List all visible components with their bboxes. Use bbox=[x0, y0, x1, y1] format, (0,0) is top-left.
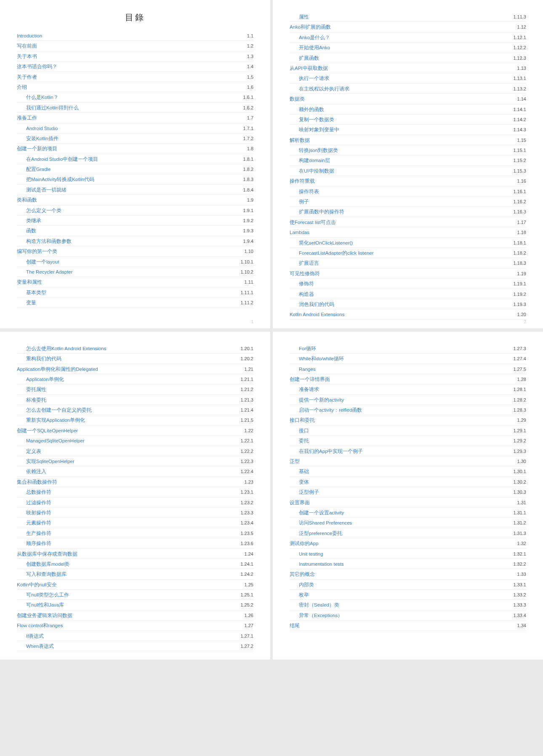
toc-link[interactable]: 简化setOnClickListener() bbox=[290, 240, 353, 246]
toc-link[interactable]: 配置Gradle bbox=[17, 166, 51, 173]
toc-link[interactable]: 创建一个SQLiteOpenHelper bbox=[17, 427, 78, 434]
toc-link[interactable]: Anko和扩展的函数 bbox=[290, 24, 331, 30]
toc-link[interactable]: 可null性和Java库 bbox=[17, 602, 64, 608]
toc-link[interactable]: 可null类型怎么工作 bbox=[17, 591, 69, 598]
toc-row[interactable]: Kotlin Android Extensions1.20 bbox=[290, 309, 526, 319]
toc-link[interactable]: 基础 bbox=[290, 468, 309, 475]
toc-link[interactable]: 属性 bbox=[290, 13, 309, 20]
toc-row[interactable]: 创建业务逻辑来访问数据1.26 bbox=[17, 610, 253, 620]
toc-row[interactable]: 变体1.30.2 bbox=[290, 477, 526, 487]
toc-link[interactable]: 这本书适合你吗？ bbox=[17, 63, 57, 70]
toc-row[interactable]: 执行一个请求1.13.1 bbox=[290, 73, 526, 83]
toc-row[interactable]: 操作符表1.16.1 bbox=[290, 186, 526, 197]
toc-link[interactable]: Ranges bbox=[290, 366, 316, 373]
toc-link[interactable]: 扩展函数 bbox=[290, 55, 319, 61]
toc-row[interactable]: Android Studio1.7.1 bbox=[17, 123, 253, 133]
toc-row[interactable]: 准备请求1.28.1 bbox=[290, 384, 526, 394]
toc-link[interactable]: 泛型 bbox=[290, 458, 300, 465]
toc-row[interactable]: 访问Shared Preferences1.31.2 bbox=[290, 518, 526, 528]
toc-link[interactable]: 元素操作符 bbox=[17, 519, 51, 526]
toc-row[interactable]: 介绍1.6 bbox=[17, 82, 253, 92]
toc-link[interactable]: 委托 bbox=[290, 437, 309, 444]
toc-row[interactable]: Introduction1.1 bbox=[17, 31, 253, 41]
toc-link[interactable]: 其它的概念 bbox=[290, 571, 315, 578]
toc-row[interactable]: 映射对象到变量中1.14.3 bbox=[290, 125, 526, 135]
toc-row[interactable]: 测试你的App1.32 bbox=[290, 538, 526, 548]
toc-row[interactable]: 可null类型怎么工作1.25.1 bbox=[17, 590, 253, 600]
toc-row[interactable]: 把MainActivity转换成Kotlin代码1.8.3 bbox=[17, 174, 253, 184]
toc-link[interactable]: 创建业务逻辑来访问数据 bbox=[17, 612, 72, 619]
toc-row[interactable]: 编写你的第一个类1.10 bbox=[17, 246, 253, 256]
toc-link[interactable]: 扩展函数中的操作符 bbox=[290, 208, 344, 215]
toc-row[interactable]: Lambdas1.18 bbox=[290, 227, 526, 237]
toc-row[interactable]: 构造方法和函数参数1.9.4 bbox=[17, 236, 253, 246]
toc-link[interactable]: 设置界面 bbox=[290, 499, 310, 506]
toc-row[interactable]: 实现SqliteOpenHelper1.22.3 bbox=[17, 456, 253, 466]
toc-link[interactable]: Kotlin Android Extensions bbox=[290, 311, 344, 318]
toc-link[interactable]: 委托属性 bbox=[17, 386, 46, 393]
toc-link[interactable]: 类继承 bbox=[17, 217, 41, 224]
toc-row[interactable]: 复制一个数据类1.14.2 bbox=[290, 114, 526, 125]
toc-link[interactable]: 接口和委托 bbox=[290, 417, 315, 423]
toc-link[interactable]: When表达式 bbox=[17, 643, 54, 650]
toc-link[interactable]: 泛型例子 bbox=[290, 489, 319, 495]
toc-link[interactable]: 类和函数 bbox=[17, 197, 37, 203]
toc-row[interactable]: 泛型1.30 bbox=[290, 456, 526, 466]
toc-row[interactable]: If表达式1.27.1 bbox=[17, 631, 253, 641]
toc-link[interactable]: 映射操作符 bbox=[17, 509, 51, 516]
toc-link[interactable]: 在Android Studio中创建一个项目 bbox=[17, 156, 98, 162]
toc-link[interactable]: 访问Shared Preferences bbox=[290, 519, 352, 526]
toc-link[interactable]: 从API中获取数据 bbox=[290, 65, 328, 72]
toc-row[interactable]: 开始使用Anko1.12.2 bbox=[290, 43, 526, 53]
toc-row[interactable]: 类继承1.9.2 bbox=[17, 216, 253, 226]
toc-row[interactable]: 使Forecast list可点击1.17 bbox=[290, 217, 526, 227]
toc-row[interactable]: 生产操作符1.23.5 bbox=[17, 528, 253, 538]
toc-link[interactable]: 集合和函数操作符 bbox=[17, 479, 57, 485]
toc-row[interactable]: 准备工作1.7 bbox=[17, 113, 253, 123]
toc-link[interactable]: 创建一个layout bbox=[17, 258, 59, 265]
toc-row[interactable]: 映射操作符1.23.3 bbox=[17, 508, 253, 518]
toc-link[interactable]: 过滤操作符 bbox=[17, 499, 51, 506]
toc-link[interactable]: 复制一个数据类 bbox=[290, 116, 334, 123]
toc-link[interactable]: 怎么定义一个类 bbox=[17, 207, 61, 214]
toc-link[interactable]: 从数据库中保存或查询数据 bbox=[17, 551, 77, 557]
toc-link[interactable]: 重新实现Application单例化 bbox=[17, 417, 85, 423]
toc-link[interactable]: 安装Kotlin插件 bbox=[17, 135, 59, 142]
toc-link[interactable]: 写在前面 bbox=[17, 43, 37, 49]
toc-link[interactable]: 顺序操作符 bbox=[17, 540, 51, 547]
toc-row[interactable]: 异常（Exceptions）1.33.4 bbox=[290, 610, 526, 620]
toc-link[interactable]: 映射对象到变量中 bbox=[290, 126, 339, 133]
toc-row[interactable]: 创建一个设置activity1.31.1 bbox=[290, 508, 526, 518]
toc-row[interactable]: 设置界面1.31 bbox=[290, 498, 526, 508]
toc-row[interactable]: Unit testing1.32.1 bbox=[290, 549, 526, 559]
toc-link[interactable]: 标准委托 bbox=[17, 397, 46, 403]
toc-row[interactable]: 过滤操作符1.23.2 bbox=[17, 498, 253, 508]
toc-row[interactable]: 依赖注入1.22.4 bbox=[17, 466, 253, 476]
toc-link[interactable]: 开始使用Anko bbox=[290, 44, 330, 51]
toc-row[interactable]: 创建一个新的项目1.8 bbox=[17, 144, 253, 154]
toc-link[interactable]: 介绍 bbox=[17, 84, 27, 91]
toc-row[interactable]: 枚举1.33.2 bbox=[290, 590, 526, 600]
toc-row[interactable]: Applicaton单例化1.21.1 bbox=[17, 374, 253, 384]
toc-row[interactable]: 委托属性1.21.2 bbox=[17, 384, 253, 394]
toc-row[interactable]: 泛型preference委托1.31.3 bbox=[290, 528, 526, 538]
toc-link[interactable]: 写入和查询数据库 bbox=[17, 571, 67, 578]
toc-link[interactable]: If表达式 bbox=[17, 633, 44, 639]
toc-row[interactable]: 可见性修饰符1.19 bbox=[290, 269, 526, 279]
toc-link[interactable]: Kotlin中的null安全 bbox=[17, 581, 57, 588]
toc-row[interactable]: 创建数据库model类1.24.1 bbox=[17, 559, 253, 569]
toc-row[interactable]: 创建一个layout1.10.1 bbox=[17, 257, 253, 267]
toc-row[interactable]: ManagedSqliteOpenHelper1.22.1 bbox=[17, 436, 253, 446]
toc-link[interactable]: 测试是否一切就绪 bbox=[17, 186, 67, 193]
toc-row[interactable]: 这本书适合你吗？1.4 bbox=[17, 61, 253, 72]
toc-row[interactable]: 总数操作符1.23.1 bbox=[17, 487, 253, 497]
toc-row[interactable]: Kotlin中的null安全1.25 bbox=[17, 580, 253, 590]
toc-row[interactable]: 函数1.9.3 bbox=[17, 226, 253, 236]
toc-row[interactable]: When表达式1.27.2 bbox=[17, 641, 253, 651]
toc-link[interactable]: 把MainActivity转换成Kotlin代码 bbox=[17, 176, 94, 183]
toc-link[interactable]: 构造器 bbox=[290, 291, 314, 298]
toc-link[interactable]: 密封（Sealed）类 bbox=[290, 602, 339, 608]
toc-row[interactable]: 基础1.30.1 bbox=[290, 466, 526, 476]
toc-row[interactable]: 简化setOnClickListener()1.18.1 bbox=[290, 238, 526, 248]
toc-link[interactable]: 构造方法和函数参数 bbox=[17, 238, 72, 245]
